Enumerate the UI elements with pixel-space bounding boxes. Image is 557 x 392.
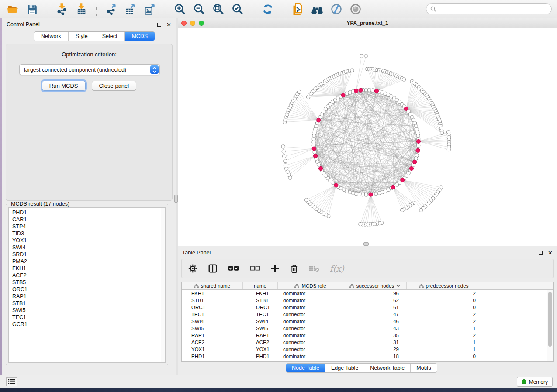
table-cell[interactable]: STB1 — [182, 297, 243, 304]
table-cell[interactable]: STB1 — [243, 297, 278, 304]
network-graph[interactable] — [178, 28, 557, 246]
mcds-result-item[interactable]: GCR1 — [9, 321, 165, 328]
column-header-shared-name[interactable]: shared name — [182, 282, 243, 289]
table-cell[interactable]: ACE2 — [243, 339, 278, 346]
table-cell[interactable]: PHD1 — [243, 353, 278, 360]
memory-button[interactable]: Memory — [517, 377, 553, 387]
table-cell[interactable]: 1 — [407, 325, 481, 332]
zoom-out-icon[interactable] — [192, 2, 207, 16]
graph-dominator-node[interactable] — [401, 178, 405, 182]
mcds-result-item[interactable]: STP4 — [9, 223, 165, 230]
delete-column-icon[interactable] — [290, 264, 298, 273]
refresh-layout-icon[interactable] — [260, 2, 275, 16]
table-cell[interactable]: TEC1 — [243, 311, 278, 318]
table-cell[interactable]: connector — [278, 346, 343, 353]
table-cell[interactable]: 2 — [407, 311, 481, 318]
graph-node[interactable] — [304, 198, 308, 202]
task-history-button[interactable] — [6, 377, 17, 386]
select-all-rows-icon[interactable] — [228, 265, 239, 272]
table-cell[interactable]: 1 — [407, 346, 481, 353]
table-cell[interactable]: 1 — [407, 339, 481, 346]
tab-mcds[interactable]: MCDS — [125, 32, 155, 41]
graph-dominator-node[interactable] — [341, 93, 345, 97]
table-cell[interactable]: 43 — [343, 325, 407, 332]
mcds-result-item[interactable]: PHD1 — [9, 209, 165, 216]
float-table-panel-icon[interactable] — [539, 251, 543, 255]
window-minimize-icon[interactable] — [190, 21, 195, 26]
table-row[interactable]: PHD1PHD1dominator180 — [182, 353, 553, 360]
open-file-icon[interactable] — [5, 2, 20, 16]
graph-dominator-node[interactable] — [391, 185, 395, 189]
new-network-from-selection-icon[interactable] — [291, 2, 305, 16]
mcds-result-item[interactable]: SWI4 — [9, 244, 165, 251]
show-columns-icon[interactable] — [208, 264, 218, 273]
table-cell[interactable]: dominator — [278, 297, 343, 304]
graph-node[interactable] — [364, 88, 368, 92]
graph-node[interactable] — [312, 134, 316, 138]
graph-dominator-node[interactable] — [416, 148, 420, 152]
criterion-select[interactable]: largest connected component (undirected) — [19, 64, 160, 75]
mcds-result-item[interactable]: CAR1 — [9, 216, 165, 223]
search-windows-icon[interactable] — [310, 2, 325, 16]
graph-node[interactable] — [371, 89, 374, 92]
column-header-name[interactable]: name — [243, 282, 278, 289]
export-network-icon[interactable] — [104, 2, 119, 16]
tab-network-table[interactable]: Network Table — [364, 364, 411, 372]
graph-dominator-node[interactable] — [416, 139, 420, 143]
graph-dominator-node[interactable] — [409, 166, 413, 170]
graph-dominator-node[interactable] — [369, 193, 373, 196]
table-cell[interactable]: ORC1 — [182, 304, 243, 311]
tab-network[interactable]: Network — [34, 32, 69, 41]
import-table-icon[interactable] — [74, 2, 89, 16]
table-cell[interactable]: 61 — [343, 304, 407, 311]
graph-node[interactable] — [374, 192, 377, 196]
table-row[interactable]: STB1STB1dominator620 — [182, 297, 553, 304]
window-maximize-icon[interactable] — [199, 21, 204, 26]
graph-dominator-node[interactable] — [404, 107, 408, 110]
table-cell[interactable]: SWI5 — [182, 325, 243, 332]
graph-node[interactable] — [364, 193, 368, 196]
table-cell[interactable]: FKH1 — [182, 290, 243, 297]
table-cell[interactable]: SWI4 — [182, 318, 243, 325]
table-scrollbar[interactable] — [547, 290, 553, 361]
tab-style[interactable]: Style — [69, 32, 95, 41]
table-cell[interactable]: 0 — [407, 304, 481, 311]
zoom-fit-icon[interactable] — [211, 2, 226, 16]
table-cell[interactable]: 18 — [343, 353, 407, 360]
graph-node[interactable] — [377, 191, 381, 195]
graph-node[interactable] — [354, 192, 358, 196]
table-cell[interactable]: 2 — [407, 290, 481, 297]
mcds-result-item[interactable]: TEC1 — [9, 314, 165, 321]
graph-node[interactable] — [395, 183, 398, 186]
table-cell[interactable]: ACE2 — [182, 339, 243, 346]
table-cell[interactable]: dominator — [278, 290, 343, 297]
column-header-predecessor-nodes[interactable]: predecessor nodes — [407, 282, 481, 289]
deselect-all-rows-icon[interactable] — [250, 265, 260, 272]
graph-node[interactable] — [350, 69, 354, 72]
graph-node[interactable] — [419, 208, 423, 212]
table-row[interactable]: FKH1FKH1dominator962 — [182, 290, 553, 297]
table-cell[interactable]: 62 — [343, 297, 407, 304]
network-window-titlebar[interactable]: YPA_prune.txt_1 — [178, 18, 557, 28]
export-image-icon[interactable] — [142, 2, 157, 16]
graph-node[interactable] — [313, 150, 316, 154]
mcds-result-list[interactable]: PHD1CAR1STP4TID3YOX1SWI4SRD1PMA2FKH1ACE2… — [8, 207, 166, 363]
vertical-splitter-handle[interactable] — [174, 195, 178, 203]
import-network-icon[interactable] — [55, 2, 69, 16]
table-cell[interactable]: SWI4 — [243, 318, 278, 325]
create-column-icon[interactable] — [271, 264, 280, 273]
tab-edge-table[interactable]: Edge Table — [325, 364, 364, 372]
table-cell[interactable]: 35 — [343, 332, 407, 339]
graph-node[interactable] — [358, 193, 361, 196]
graph-dominator-node[interactable] — [313, 154, 317, 158]
graph-node[interactable] — [367, 88, 371, 92]
table-cell[interactable]: 46 — [343, 318, 407, 325]
table-cell[interactable]: SWI5 — [243, 325, 278, 332]
table-cell[interactable]: 2 — [407, 332, 481, 339]
graph-dominator-node[interactable] — [334, 183, 338, 187]
table-row[interactable]: YOX1YOX1connector291 — [182, 346, 553, 353]
mcds-result-item[interactable]: SRD1 — [9, 251, 165, 258]
hide-graphics-details-icon[interactable] — [329, 2, 344, 16]
export-table-icon[interactable] — [123, 2, 138, 16]
close-panel-button[interactable]: Close panel — [92, 81, 137, 91]
